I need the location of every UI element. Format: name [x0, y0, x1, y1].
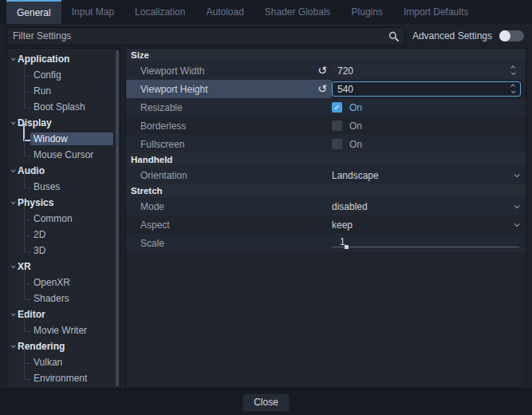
property-row-viewport-height[interactable]: Viewport Height↺540	[126, 80, 526, 98]
scrollbar-handle[interactable]	[116, 50, 119, 386]
property-value-cell: 720	[332, 61, 526, 80]
tab-input-map[interactable]: Input Map	[61, 0, 124, 24]
close-button[interactable]: Close	[242, 393, 290, 412]
property-row-borderless[interactable]: BorderlessOn	[126, 117, 526, 135]
properties-list: SizeViewport Width↺720Viewport Height↺54…	[126, 49, 526, 252]
property-label: Fullscreen	[126, 139, 332, 150]
chevron-down-icon	[514, 172, 520, 177]
checkbox-borderless[interactable]	[332, 121, 342, 131]
sidebar-item-label: Common	[30, 212, 120, 225]
spin-input-viewport-width[interactable]: 720	[332, 63, 521, 78]
property-value-cell: On	[332, 117, 526, 135]
section-header-handheld: Handheld	[126, 153, 526, 166]
sidebar-item-label: Buses	[30, 180, 120, 193]
chevron-down-icon	[11, 120, 16, 125]
advanced-settings-toggle[interactable]	[499, 30, 524, 42]
spinner-up-icon	[510, 65, 515, 70]
property-label-cell: Fullscreen	[126, 135, 332, 153]
tab-localization[interactable]: Localization	[124, 0, 195, 24]
chevron-down-icon	[11, 343, 16, 348]
tab-general[interactable]: General	[6, 0, 61, 24]
property-row-aspect[interactable]: Aspectkeep	[126, 215, 526, 234]
dropdown-aspect[interactable]: keep	[332, 215, 526, 234]
sidebar-item-label: Config	[30, 69, 120, 81]
sidebar-item-label: Mouse Cursor	[30, 148, 120, 161]
advanced-settings-label: Advanced Settings	[412, 30, 492, 42]
revert-icon[interactable]: ↺	[313, 62, 332, 79]
property-row-viewport-width[interactable]: Viewport Width↺720	[126, 61, 526, 80]
property-label-cell: Scale	[126, 234, 332, 252]
properties-panel: SizeViewport Width↺720Viewport Height↺54…	[125, 48, 526, 389]
sidebar-item-label: Environment	[30, 372, 120, 385]
property-label-cell: Viewport Width↺	[126, 61, 332, 80]
property-label-cell: Borderless	[126, 117, 332, 135]
tab-import-defaults[interactable]: Import Defaults	[393, 0, 479, 24]
settings-tree-items: ApplicationConfigRunBoot SplashDisplayWi…	[7, 51, 120, 386]
sidebar-item-label: Run	[30, 85, 120, 97]
sidebar-item-label: Physics	[18, 197, 53, 208]
chevron-down-icon	[11, 56, 16, 61]
sidebar-scrollbar[interactable]	[116, 50, 119, 386]
checkbox-resizable[interactable]: ✓	[332, 102, 342, 113]
checkbox-fullscreen[interactable]	[332, 139, 342, 149]
dropdown-mode[interactable]: disabled	[332, 197, 526, 215]
content-area: ApplicationConfigRunBoot SplashDisplayWi…	[6, 48, 526, 389]
sidebar-item-shaders[interactable]: Shaders	[7, 290, 120, 306]
property-value-cell: 1	[332, 234, 526, 252]
checkbox-state-label: On	[349, 121, 362, 132]
property-value-cell: 540	[332, 80, 526, 98]
spinner-down-icon	[511, 70, 516, 75]
footer-bar: Close	[0, 389, 532, 415]
spin-input-viewport-height[interactable]: 540	[332, 81, 521, 97]
dropdown-orientation[interactable]: Landscape	[332, 166, 526, 184]
sidebar-item-label: 3D	[30, 244, 120, 257]
filter-bar: Filter Settings Advanced Settings	[0, 24, 532, 48]
slider-scale[interactable]: 1	[332, 234, 521, 252]
sidebar-item-boot-splash[interactable]: Boot Splash	[7, 99, 120, 115]
property-row-mode[interactable]: Modedisabled	[126, 197, 526, 215]
slider-grabber[interactable]	[345, 245, 349, 249]
filter-settings-input[interactable]: Filter Settings	[6, 27, 405, 45]
tab-autoload[interactable]: Autoload	[195, 0, 254, 24]
sidebar-item-3d[interactable]: 3D	[7, 243, 120, 259]
sidebar-item-label: 2D	[30, 228, 120, 241]
chevron-down-icon	[11, 263, 16, 268]
revert-icon[interactable]: ↺	[313, 81, 332, 97]
chevron-down-icon	[11, 168, 16, 172]
spinner-down-icon	[511, 89, 516, 93]
sidebar-item-label: Vulkan	[30, 356, 120, 369]
spinner-control[interactable]	[511, 66, 515, 75]
checkbox-state-label: On	[349, 139, 362, 150]
property-label: Resizable	[126, 102, 332, 113]
section-header-stretch: Stretch	[126, 184, 526, 197]
sidebar-item-buses[interactable]: Buses	[7, 179, 120, 195]
property-row-fullscreen[interactable]: FullscreenOn	[126, 135, 526, 153]
toggle-knob-icon	[499, 30, 510, 42]
property-label: Orientation	[126, 170, 332, 181]
property-value-cell: ✓On	[332, 98, 526, 117]
property-label-cell: Orientation	[126, 166, 332, 184]
tab-shader-globals[interactable]: Shader Globals	[254, 0, 341, 24]
property-label-cell: Mode	[126, 197, 332, 215]
property-row-orientation[interactable]: OrientationLandscape	[126, 166, 526, 184]
dropdown-value: keep	[332, 219, 514, 231]
tab-plugins[interactable]: Plugins	[341, 0, 393, 24]
sidebar-item-label: Window	[30, 132, 113, 145]
sidebar-item-movie-writer[interactable]: Movie Writer	[7, 322, 120, 338]
property-label: Scale	[126, 238, 332, 249]
spinner-up-icon	[510, 84, 515, 89]
sidebar-item-environment[interactable]: Environment	[7, 370, 120, 386]
sidebar-item-label: Editor	[18, 309, 45, 320]
dropdown-value: Landscape	[332, 170, 514, 181]
sidebar-item-label: OpenXR	[30, 276, 120, 289]
property-row-resizable[interactable]: Resizable✓On	[126, 98, 526, 117]
property-label: Viewport Width	[126, 65, 313, 77]
sidebar-item-label: Shaders	[30, 292, 120, 305]
sidebar-item-mouse-cursor[interactable]: Mouse Cursor	[7, 147, 120, 163]
chevron-down-icon	[514, 221, 520, 227]
property-row-scale[interactable]: Scale1	[126, 234, 526, 252]
tab-bar: GeneralInput MapLocalizationAutoloadShad…	[0, 0, 532, 24]
sidebar-item-label: Boot Splash	[30, 101, 120, 113]
property-label: Viewport Height	[126, 84, 313, 95]
spinner-control[interactable]	[511, 85, 515, 93]
